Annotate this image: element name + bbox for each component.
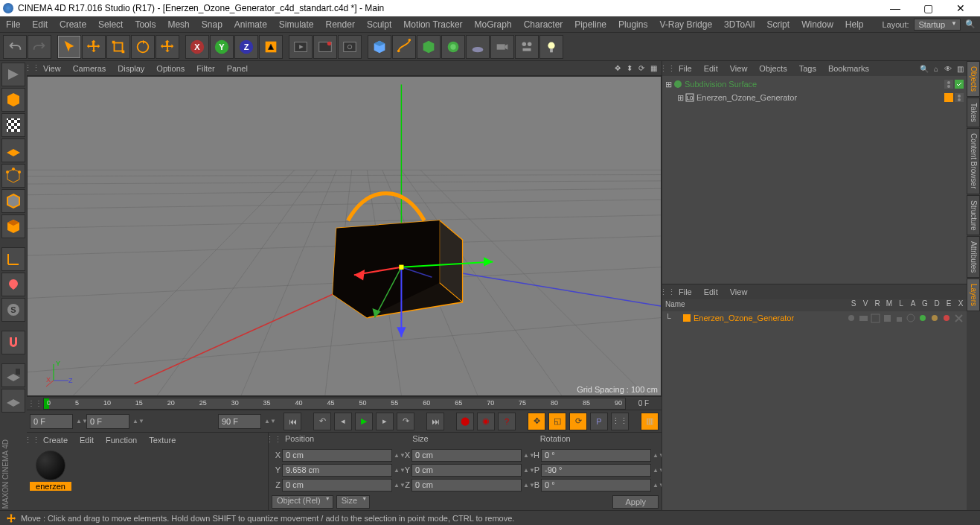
mat-menu-create[interactable]: Create [37, 434, 74, 446]
om-eye-icon[interactable]: 👁 [943, 63, 953, 74]
timeline-window-button[interactable]: ▥ [641, 413, 659, 430]
environment-button[interactable] [466, 35, 490, 59]
vp-pan-icon[interactable]: ✥ [612, 63, 623, 74]
goto-end-button[interactable]: ⏭ [426, 413, 444, 430]
check-tag-icon[interactable] [955, 80, 964, 89]
om-menu-edit[interactable]: Edit [698, 63, 724, 74]
menu-plugins[interactable]: Plugins [612, 17, 653, 32]
layer-expr-icon[interactable] [942, 314, 952, 323]
undo-button[interactable] [3, 35, 27, 59]
layer-view-icon[interactable] [859, 314, 868, 323]
om-menu-tags[interactable]: Tags [793, 63, 822, 74]
tree-row[interactable]: ⊞L0Enerzen_Ozone_Generator [664, 91, 965, 104]
step-back-button[interactable]: ◂ [334, 413, 352, 430]
layer-tag-icon[interactable] [944, 93, 953, 102]
cam-settings-button[interactable] [515, 35, 539, 59]
magnet-button[interactable] [1, 331, 25, 354]
close-button[interactable]: ✕ [944, 0, 977, 16]
rot-p-input[interactable] [541, 464, 651, 477]
size-z-input[interactable] [411, 479, 522, 491]
om-menu-objects[interactable]: Objects [753, 63, 792, 74]
axis-orientation-widget[interactable]: YZX [46, 358, 76, 388]
material-swatch[interactable]: enerzen [30, 451, 71, 507]
goto-start-button[interactable]: ⏮ [284, 413, 301, 430]
move-tool[interactable] [82, 35, 106, 59]
timeline-ruler[interactable]: ⋮⋮ 051015202530354045505560657075808590 … [27, 396, 662, 410]
tree-label[interactable]: Subdivision Surface [685, 80, 944, 89]
deformer-button[interactable] [441, 35, 465, 59]
render-settings-button[interactable] [338, 35, 362, 59]
menu-render[interactable]: Render [320, 17, 361, 32]
planar-workplane-button[interactable] [1, 389, 25, 413]
generator-button[interactable] [417, 35, 441, 59]
param-key-button[interactable]: P [590, 413, 608, 430]
menu-mograph[interactable]: MoGraph [469, 17, 518, 32]
viewport-3d[interactable]: Perspective [27, 76, 662, 396]
panel-grip-icon[interactable]: ⋮⋮ [30, 399, 40, 407]
vp-menu-panel[interactable]: Panel [221, 63, 254, 74]
rotate-tool[interactable] [131, 35, 155, 59]
last-tool[interactable] [156, 35, 179, 59]
redo-button[interactable] [28, 35, 51, 59]
timeline-track[interactable]: 051015202530354045505560657075808590 [43, 398, 626, 410]
material-name-label[interactable]: enerzen [30, 482, 71, 491]
right-tab-attributes[interactable]: Attributes [967, 236, 980, 278]
layer-lock-icon[interactable] [894, 314, 904, 323]
vp-menu-filter[interactable]: Filter [190, 63, 220, 74]
spline-button[interactable] [392, 35, 416, 59]
polygon-mode-button[interactable] [1, 214, 25, 238]
lm-menu-view[interactable]: View [724, 286, 754, 298]
layer-color-swatch[interactable] [683, 314, 691, 322]
right-tab-layers[interactable]: Layers [967, 279, 980, 311]
right-tab-objects[interactable]: Objects [967, 61, 980, 97]
om-search-icon[interactable]: 🔍 [919, 63, 929, 74]
z-axis-button[interactable]: Z [234, 35, 258, 59]
pla-key-button[interactable]: ⋮⋮ [611, 413, 629, 430]
tree-row[interactable]: ⊞Subdivision Surface [664, 77, 965, 91]
light-button[interactable] [539, 35, 563, 59]
layer-list[interactable]: └ Enerzen_Ozone_Generator [662, 311, 967, 510]
layer-manager-icon[interactable] [883, 314, 892, 323]
size-x-input[interactable] [411, 449, 522, 462]
frame-end-input[interactable] [218, 414, 261, 429]
om-layout-icon[interactable]: ▥ [955, 63, 965, 74]
rot-key-button[interactable]: ⟳ [569, 413, 587, 430]
right-tab-takes[interactable]: Takes [967, 98, 980, 127]
vp-menu-options[interactable]: Options [150, 63, 190, 74]
rot-h-input[interactable] [541, 449, 651, 462]
lm-menu-file[interactable]: File [673, 286, 698, 298]
vis-tag-icon[interactable] [944, 80, 953, 89]
vp-zoom-icon[interactable]: ⬍ [624, 63, 635, 74]
frame-start-input[interactable] [30, 414, 73, 429]
menu-character[interactable]: Character [518, 17, 569, 32]
layer-row[interactable]: └ Enerzen_Ozone_Generator [662, 311, 967, 325]
layer-solo-icon[interactable] [847, 314, 856, 323]
layer-gen-icon[interactable] [918, 314, 928, 323]
menu-window[interactable]: Window [795, 17, 839, 32]
primitive-button[interactable] [368, 35, 391, 59]
right-tab-content-browser[interactable]: Content Browser [967, 128, 980, 194]
scale-key-button[interactable]: ◱ [548, 413, 566, 430]
menu-v-ray-bridge[interactable]: V-Ray Bridge [653, 17, 718, 32]
play-button[interactable]: ▶ [355, 413, 373, 430]
om-home-icon[interactable]: ⌂ [931, 63, 941, 74]
mat-menu-texture[interactable]: Texture [143, 434, 182, 446]
render-pv-button[interactable] [313, 35, 337, 59]
size-y-input[interactable] [411, 464, 522, 477]
viewport-solo-button[interactable] [1, 273, 25, 296]
layer-name-label[interactable]: Enerzen_Ozone_Generator [694, 314, 847, 322]
x-axis-button[interactable]: X [185, 35, 209, 59]
select-tool[interactable] [57, 35, 81, 59]
tree-label[interactable]: Enerzen_Ozone_Generator [696, 93, 944, 102]
scale-tool[interactable] [106, 35, 130, 59]
mat-menu-function[interactable]: Function [100, 434, 143, 446]
vp-rotate-icon[interactable]: ⟳ [636, 63, 647, 74]
mat-menu-edit[interactable]: Edit [74, 434, 100, 446]
vp-menu-cameras[interactable]: Cameras [67, 63, 112, 74]
menu-motion-tracker[interactable]: Motion Tracker [397, 17, 468, 32]
point-mode-button[interactable] [1, 164, 25, 188]
edge-mode-button[interactable] [1, 189, 25, 213]
minimize-button[interactable]: — [879, 0, 912, 16]
autokey-button[interactable]: ◉ [477, 413, 495, 430]
layout-dropdown[interactable]: Startup [914, 19, 961, 31]
